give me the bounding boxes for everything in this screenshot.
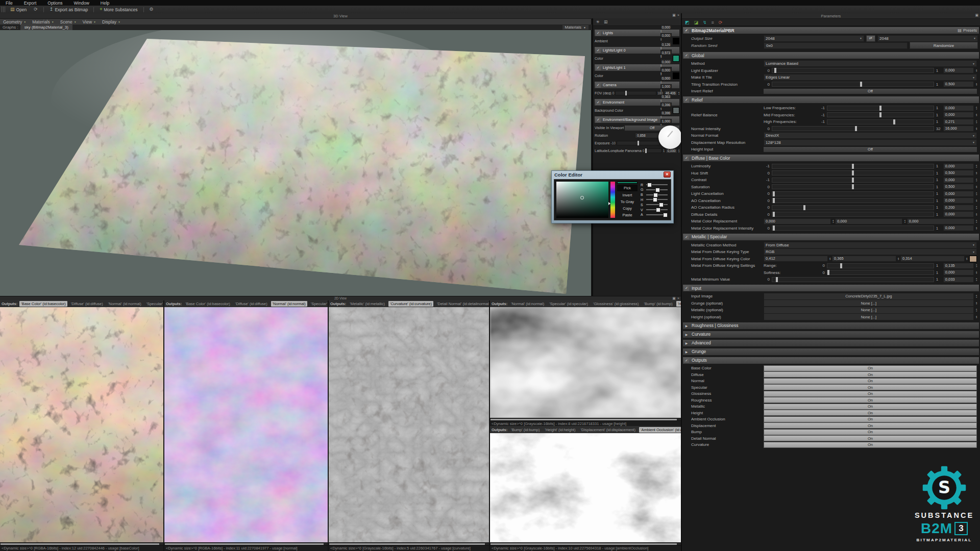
slider-track[interactable] xyxy=(772,170,934,176)
section-checkbox[interactable]: ✓ xyxy=(596,31,601,36)
color-component-value[interactable]: 0,000 xyxy=(660,76,672,81)
pin-icon[interactable]: ≡ xyxy=(712,20,714,25)
stepper-arrows[interactable]: ▴▾ xyxy=(898,257,899,261)
slider-value[interactable]: 0,000 xyxy=(943,225,974,231)
toggle-height-input[interactable]: Off xyxy=(764,147,977,152)
connect-icon[interactable]: ↯ xyxy=(703,20,707,25)
slider-track[interactable] xyxy=(827,270,934,275)
stepper-arrows[interactable]: ▴▾ xyxy=(976,83,977,86)
slider-value[interactable]: 0,000 xyxy=(943,177,974,183)
stepper-arrows[interactable]: ▴▾ xyxy=(660,81,672,84)
channel-track[interactable] xyxy=(646,199,668,200)
output-toggle-detail-normal[interactable]: On xyxy=(764,435,977,441)
pin-panel-icon[interactable]: ⊞ xyxy=(604,19,608,24)
section-checkbox[interactable]: ✓ xyxy=(684,28,689,33)
slider-track[interactable] xyxy=(645,148,662,153)
slider-value[interactable]: 0,000 xyxy=(943,105,974,111)
menu-export[interactable]: Export xyxy=(18,1,42,6)
slider-track[interactable] xyxy=(827,106,934,111)
section-checkbox[interactable]: ✓ xyxy=(684,358,689,363)
dropdown-displacement-map-resolution[interactable]: 128*128▼ xyxy=(764,139,977,146)
slider-handle[interactable] xyxy=(879,112,881,117)
slider-handle[interactable] xyxy=(840,263,842,268)
output-tab-height-id-height[interactable]: 'Height' (id:height) xyxy=(676,301,681,307)
slider-value[interactable]: 0,000 xyxy=(943,191,974,197)
slider-handle[interactable] xyxy=(803,205,805,210)
stepper-arrows[interactable]: ▴▾ xyxy=(832,219,834,223)
slider-value[interactable]: 0,500 xyxy=(943,184,974,190)
section-header-outputs[interactable]: ✓Outputs xyxy=(683,357,979,364)
section-checkbox[interactable]: ✓ xyxy=(596,100,601,105)
slider-track[interactable] xyxy=(772,178,934,183)
slider-handle[interactable] xyxy=(827,270,829,275)
output-tab-normal-id-normal[interactable]: 'Normal' (id:normal) xyxy=(271,301,307,307)
channel-track[interactable] xyxy=(646,204,668,205)
stepper-arrows[interactable]: ▴▾ xyxy=(976,120,977,123)
slider-value[interactable]: 0,500 xyxy=(943,170,974,176)
ao-map-image[interactable] xyxy=(490,433,681,543)
graph-tab-sky[interactable]: sky (Bitmap2Material_3) xyxy=(20,24,72,30)
color-component-value[interactable]: 0,396 xyxy=(660,103,672,107)
slider-track[interactable] xyxy=(617,141,660,145)
output-toggle-bump[interactable]: On xyxy=(764,429,977,435)
slider-handle[interactable] xyxy=(773,191,775,196)
output-tab-bump-id-bump[interactable]: 'Bump' (id:bump) xyxy=(643,301,674,307)
ce-button-invert[interactable]: Invert xyxy=(617,192,638,198)
stepper-arrows[interactable]: ▴▾ xyxy=(660,47,672,51)
output-tab-base-color-id-basecolor[interactable]: 'Base Color' (id:basecolor) xyxy=(184,301,231,307)
section-checkbox[interactable]: ✓ xyxy=(684,234,689,239)
view3d-menu-view[interactable]: View▼ xyxy=(80,19,99,24)
section-header-input[interactable]: ✓Input xyxy=(683,285,979,291)
stepper-arrows[interactable]: ▴▾ xyxy=(976,185,977,189)
section-header-diffuse-base-color[interactable]: ✓Diffuse | Base Color xyxy=(683,155,979,161)
color-editor-titlebar[interactable]: Color Editor ✕ xyxy=(552,171,673,178)
color-swatch[interactable] xyxy=(673,55,679,62)
color-component-value[interactable]: 0,000 xyxy=(660,25,672,30)
slider-value[interactable]: 0,135 xyxy=(943,263,974,269)
stepper-arrows[interactable]: ▴▾ xyxy=(660,30,672,33)
channel-handle[interactable] xyxy=(655,188,660,192)
slider-value[interactable]: 0,000 xyxy=(943,67,974,73)
slider-track[interactable] xyxy=(772,205,934,210)
channel-handle[interactable] xyxy=(656,208,660,212)
stepper-arrows[interactable]: ▴▾ xyxy=(976,127,977,131)
stepper-arrows[interactable]: ▴▾ xyxy=(660,115,672,119)
slider-handle[interactable] xyxy=(773,226,775,231)
slider-track[interactable] xyxy=(827,263,934,268)
color-component-value[interactable]: 1,000 xyxy=(660,119,672,123)
reset-icon[interactable]: ⟳ xyxy=(719,20,723,25)
slider-track[interactable] xyxy=(827,112,934,117)
output-tab-bump-id-bump[interactable]: 'Bump' (id:bump) xyxy=(509,427,541,433)
section-checkbox[interactable]: ✓ xyxy=(684,97,689,103)
stepper-arrows[interactable]: ▴▾ xyxy=(660,99,672,103)
slider-handle[interactable] xyxy=(852,178,854,183)
slider-value[interactable]: 0,200 xyxy=(943,205,974,211)
slider-handle[interactable] xyxy=(776,277,778,282)
viewport-3d[interactable] xyxy=(0,30,591,296)
basecolor-map-image[interactable] xyxy=(0,307,163,543)
section-checkbox[interactable]: ✓ xyxy=(684,53,689,58)
dropdown-method[interactable]: Luminance Based▼ xyxy=(764,60,977,67)
output-toggle-displacement[interactable]: On xyxy=(764,422,977,429)
output-toggle-height[interactable]: On xyxy=(764,410,977,416)
slider-track[interactable] xyxy=(827,119,934,124)
section-checkbox[interactable]: ✓ xyxy=(684,286,689,291)
slider-value[interactable]: 0,271 xyxy=(943,119,974,125)
output-toggle-specular[interactable]: On xyxy=(764,384,977,390)
output-toggle-glossiness[interactable]: On xyxy=(764,391,977,397)
color-swatch[interactable] xyxy=(673,72,679,79)
stepper-arrows[interactable]: ▴▾ xyxy=(976,69,977,72)
stepper-arrows[interactable]: ▴▾ xyxy=(976,302,977,305)
output-tab-displacement-id-displacement[interactable]: 'Displacement' (id:displacement) xyxy=(579,427,637,433)
slider-handle[interactable] xyxy=(773,198,775,203)
stepper-arrows[interactable]: ▴▾ xyxy=(976,278,977,281)
output-toggle-normal[interactable]: On xyxy=(764,378,977,384)
stepper-arrows[interactable]: ▴▾ xyxy=(976,171,977,175)
slider-track[interactable] xyxy=(772,126,934,131)
collapsed-section-header-curvature[interactable]: ▶Curvature xyxy=(683,331,979,338)
output-tab-base-color-id-basecolor[interactable]: 'Base Color' (id:basecolor) xyxy=(19,301,67,307)
slider-handle[interactable] xyxy=(879,106,881,111)
channel-handle[interactable] xyxy=(653,197,657,202)
slider-track[interactable] xyxy=(772,191,934,196)
output-size-width-dropdown[interactable]: 2048 ▼ xyxy=(764,35,864,42)
